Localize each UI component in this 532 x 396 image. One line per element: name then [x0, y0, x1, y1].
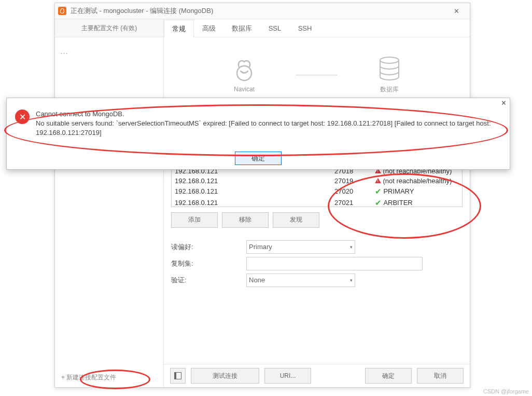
- test-connection-button[interactable]: 测试连接: [191, 368, 259, 384]
- profiles-sidebar: 主要配置文件 (有效) ... + 新建连接配置文件: [55, 19, 164, 387]
- tab-databases[interactable]: 数据库: [224, 19, 260, 37]
- connection-illustration: Navicat 数据库: [171, 56, 463, 94]
- database-caption: 数据库: [380, 85, 399, 94]
- check-icon: ✔: [375, 198, 382, 208]
- remove-button[interactable]: 移除: [222, 212, 269, 228]
- dialog-close-icon[interactable]: ✕: [501, 99, 507, 107]
- ok-button[interactable]: 确定: [365, 368, 412, 384]
- main-panel: 常规 高级 数据库 SSL SSH Navic: [164, 19, 470, 387]
- uri-button[interactable]: URI...: [264, 368, 311, 384]
- edit-connection-window: 正在测试 - mongocluster - 编辑连接 (MongoDB) ✕ 主…: [54, 3, 470, 388]
- cancel-button[interactable]: 取消: [417, 368, 464, 384]
- database-icon: [378, 56, 401, 82]
- sidebar-current-profile[interactable]: ...: [60, 46, 158, 57]
- table-row[interactable]: 192.168.0.12127020✔PRIMARY: [172, 186, 462, 197]
- bottom-bar: 测试连接 URI... 确定 取消: [164, 364, 470, 387]
- new-profile-button[interactable]: + 新建连接配置文件: [61, 373, 157, 382]
- tab-ssl[interactable]: SSL: [260, 19, 290, 37]
- close-icon[interactable]: ✕: [446, 3, 467, 19]
- error-icon: ✕: [15, 110, 30, 124]
- layout-toggle-button[interactable]: [170, 368, 186, 384]
- auth-select[interactable]: None▾: [246, 274, 355, 287]
- add-button[interactable]: 添加: [171, 212, 218, 228]
- replica-set-input[interactable]: [246, 257, 423, 270]
- navicat-app-icon: [58, 7, 66, 15]
- chevron-down-icon: ▾: [350, 244, 353, 250]
- window-title: 正在测试 - mongocluster - 编辑连接 (MongoDB): [71, 6, 446, 16]
- auth-label: 验证:: [171, 276, 246, 285]
- svg-point-1: [380, 57, 399, 63]
- replica-set-label: 复制集:: [171, 259, 246, 268]
- navicat-caption: Navicat: [234, 86, 255, 93]
- dialog-ok-button[interactable]: 确定: [235, 152, 282, 165]
- sidebar-header: 主要配置文件 (有效): [55, 19, 163, 37]
- error-message: Cannot connect to MongoDB. No suitable s…: [36, 110, 501, 138]
- error-dialog: ✕ ✕ Cannot connect to MongoDB. No suitab…: [6, 98, 510, 170]
- navicat-icon: [232, 58, 257, 83]
- chevron-down-icon: ▾: [350, 278, 353, 283]
- read-pref-label: 读偏好:: [171, 242, 246, 252]
- read-pref-select[interactable]: Primary▾: [246, 240, 355, 254]
- table-row[interactable]: 192.168.0.12127021✔ARBITER: [172, 197, 462, 209]
- layout-icon: [174, 372, 181, 379]
- tabs: 常规 高级 数据库 SSL SSH: [164, 19, 470, 37]
- tab-advanced[interactable]: 高级: [194, 19, 224, 37]
- check-icon: ✔: [375, 187, 382, 196]
- tab-general[interactable]: 常规: [164, 20, 194, 37]
- table-row[interactable]: 192.168.0.12127019(not reachable/healthy…: [172, 176, 462, 186]
- discover-button[interactable]: 发现: [273, 212, 319, 228]
- titlebar: 正在测试 - mongocluster - 编辑连接 (MongoDB) ✕: [55, 3, 470, 19]
- tab-ssh[interactable]: SSH: [290, 19, 320, 37]
- warning-icon: [375, 178, 381, 183]
- watermark: CSDN @jforgame: [483, 388, 529, 394]
